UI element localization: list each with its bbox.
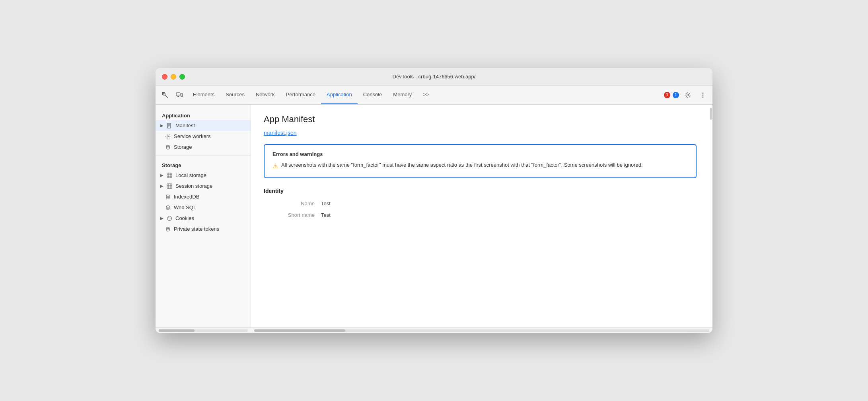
sidebar-local-storage-label: Local storage bbox=[175, 172, 206, 178]
sidebar-storage-app-label: Storage bbox=[174, 144, 192, 150]
svg-point-34 bbox=[170, 218, 171, 219]
web-sql-db-icon bbox=[165, 205, 171, 210]
message-count: 1 bbox=[673, 92, 679, 98]
service-workers-gear-icon bbox=[165, 134, 171, 139]
maximize-button[interactable] bbox=[179, 74, 185, 80]
tab-more[interactable]: >> bbox=[417, 86, 434, 104]
identity-shortname-value: Test bbox=[321, 212, 331, 218]
session-storage-grid-icon bbox=[167, 183, 172, 189]
sidebar-item-indexeddb[interactable]: IndexedDB bbox=[156, 191, 251, 202]
toolbar: Elements Sources Network Performance App… bbox=[156, 86, 712, 105]
svg-point-33 bbox=[169, 218, 169, 219]
manifest-link[interactable]: manifest.json bbox=[264, 130, 296, 136]
svg-point-28 bbox=[166, 195, 169, 197]
message-badge[interactable]: 1 bbox=[673, 92, 679, 98]
sidebar-session-storage-label: Session storage bbox=[175, 183, 212, 189]
svg-rect-18 bbox=[167, 173, 172, 178]
sidebar-item-storage-app[interactable]: Storage bbox=[156, 142, 251, 152]
titlebar: DevTools - crbug-1476656.web.app/ bbox=[156, 68, 712, 86]
settings-icon[interactable] bbox=[681, 89, 694, 101]
content-area-wrapper: App Manifest manifest.json Errors and wa… bbox=[251, 105, 712, 327]
tab-console[interactable]: Console bbox=[358, 86, 388, 104]
sidebar-item-manifest[interactable]: ▶ Manifest bbox=[156, 120, 251, 131]
sidebar-item-local-storage[interactable]: ▶ Local storage bbox=[156, 170, 251, 181]
sidebar-h-scrollbar-track[interactable] bbox=[159, 329, 248, 332]
close-button[interactable] bbox=[162, 74, 167, 80]
svg-rect-5 bbox=[176, 93, 180, 96]
sidebar-private-state-tokens-label: Private state tokens bbox=[174, 226, 219, 232]
storage-db-icon bbox=[165, 144, 171, 150]
svg-point-35 bbox=[166, 227, 169, 229]
local-storage-arrow-icon: ▶ bbox=[160, 173, 163, 177]
tab-application[interactable]: Application bbox=[321, 86, 358, 104]
identity-title: Identity bbox=[264, 188, 697, 194]
tab-sources[interactable]: Sources bbox=[220, 86, 250, 104]
minimize-button[interactable] bbox=[171, 74, 176, 80]
errors-title: Errors and warnings bbox=[272, 151, 688, 157]
svg-point-29 bbox=[166, 206, 169, 207]
identity-row-name: Name Test bbox=[264, 200, 697, 206]
more-options-icon[interactable] bbox=[697, 89, 709, 101]
content-h-scrollbar-track[interactable] bbox=[254, 329, 709, 332]
error-count: 1 bbox=[664, 92, 670, 98]
content-scrollbar-thumb[interactable] bbox=[710, 108, 712, 120]
sidebar-item-cookies[interactable]: ▶ Cookies bbox=[156, 213, 251, 224]
identity-section: Identity Name Test Short name Test bbox=[264, 188, 697, 218]
window-title: DevTools - crbug-1476656.web.app/ bbox=[393, 74, 476, 80]
svg-point-17 bbox=[166, 145, 169, 147]
tab-memory[interactable]: Memory bbox=[387, 86, 417, 104]
svg-point-31 bbox=[168, 217, 169, 218]
svg-rect-6 bbox=[181, 93, 183, 97]
private-state-tokens-db-icon bbox=[165, 226, 171, 232]
identity-row-shortname: Short name Test bbox=[264, 212, 697, 218]
error-message-text: All screenshots with the same "form_fact… bbox=[281, 161, 643, 169]
svg-point-10 bbox=[703, 94, 704, 95]
sidebar-item-web-sql[interactable]: Web SQL bbox=[156, 202, 251, 213]
toolbar-right: 1 1 bbox=[664, 89, 709, 101]
tab-elements[interactable]: Elements bbox=[187, 86, 220, 104]
svg-point-9 bbox=[703, 92, 704, 93]
sidebar-bottom-scrollbar bbox=[156, 328, 251, 333]
sidebar-item-service-workers[interactable]: Service workers bbox=[156, 131, 251, 142]
tab-performance[interactable]: Performance bbox=[280, 86, 321, 104]
content-h-scrollbar-thumb[interactable] bbox=[254, 329, 345, 332]
identity-shortname-label: Short name bbox=[267, 212, 315, 218]
sidebar-h-scrollbar-thumb[interactable] bbox=[159, 329, 195, 332]
error-badge[interactable]: 1 bbox=[664, 92, 670, 98]
sidebar-manifest-label: Manifest bbox=[175, 123, 195, 128]
traffic-lights bbox=[162, 74, 185, 80]
svg-rect-7 bbox=[177, 96, 179, 97]
tab-network[interactable]: Network bbox=[250, 86, 280, 104]
device-toggle-icon[interactable] bbox=[173, 89, 186, 101]
manifest-arrow-icon: ▶ bbox=[160, 123, 163, 128]
identity-name-value: Test bbox=[321, 200, 331, 206]
manifest-file-icon bbox=[167, 123, 172, 128]
sidebar-indexeddb-label: IndexedDB bbox=[174, 194, 199, 200]
content-area: App Manifest manifest.json Errors and wa… bbox=[251, 105, 709, 327]
svg-rect-12 bbox=[167, 123, 171, 128]
sidebar-item-private-state-tokens[interactable]: Private state tokens bbox=[156, 224, 251, 234]
cookies-arrow-icon: ▶ bbox=[160, 216, 163, 220]
session-storage-arrow-icon: ▶ bbox=[160, 184, 163, 188]
page-title: App Manifest bbox=[264, 114, 697, 125]
indexeddb-db-icon bbox=[165, 194, 171, 200]
sidebar-item-session-storage[interactable]: ▶ Session storage bbox=[156, 181, 251, 191]
svg-point-32 bbox=[170, 217, 171, 218]
svg-point-30 bbox=[167, 216, 172, 220]
inspect-element-icon[interactable] bbox=[159, 89, 171, 101]
sidebar-divider-1 bbox=[156, 156, 251, 156]
svg-rect-3 bbox=[162, 92, 163, 95]
sidebar-application-section: Application bbox=[156, 109, 251, 120]
svg-point-4 bbox=[163, 93, 166, 95]
sidebar-storage-section: Storage bbox=[156, 159, 251, 170]
sidebar-cookies-label: Cookies bbox=[175, 215, 194, 221]
cookies-icon bbox=[167, 216, 172, 221]
svg-point-11 bbox=[703, 96, 704, 97]
content-scrollbar[interactable] bbox=[709, 105, 712, 327]
sidebar-web-sql-label: Web SQL bbox=[174, 204, 196, 210]
errors-warnings-box: Errors and warnings ⚠ All screenshots wi… bbox=[264, 144, 697, 178]
svg-point-16 bbox=[167, 136, 169, 137]
error-item: ⚠ All screenshots with the same "form_fa… bbox=[272, 161, 688, 171]
sidebar-service-workers-label: Service workers bbox=[174, 133, 210, 139]
local-storage-grid-icon bbox=[167, 173, 172, 178]
